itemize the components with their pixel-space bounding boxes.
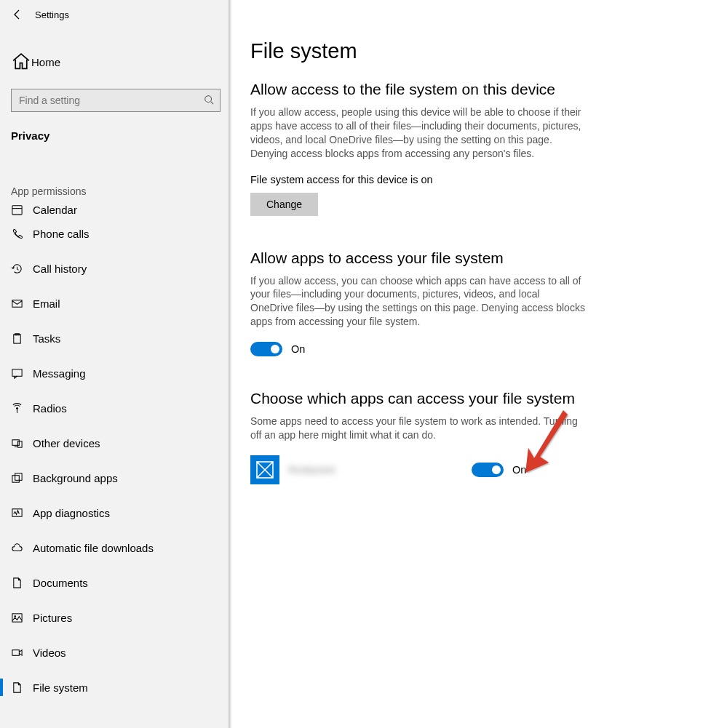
background-apps-icon bbox=[11, 472, 33, 484]
back-arrow-icon bbox=[12, 9, 23, 20]
svg-rect-8 bbox=[15, 473, 22, 479]
radios-icon bbox=[11, 402, 33, 415]
sidebar-item-email[interactable]: Email bbox=[0, 286, 231, 321]
video-icon bbox=[11, 647, 33, 659]
app-access-toggle[interactable] bbox=[250, 342, 282, 356]
sidebar-item-app-diagnostics[interactable]: App diagnostics bbox=[0, 495, 231, 530]
section2-desc: If you allow access, you can choose whic… bbox=[250, 274, 585, 329]
search-input[interactable] bbox=[11, 89, 221, 112]
app-toggle[interactable] bbox=[472, 463, 504, 477]
sidebar-item-file-system[interactable]: File system bbox=[0, 670, 231, 705]
device-access-status: File system access for this device is on bbox=[250, 174, 585, 185]
picture-icon bbox=[11, 612, 33, 624]
search-field[interactable] bbox=[19, 95, 204, 106]
sidebar-item-documents[interactable]: Documents bbox=[0, 565, 231, 600]
app-name: Redacted bbox=[288, 463, 434, 476]
svg-rect-12 bbox=[12, 649, 19, 655]
history-icon bbox=[11, 263, 33, 275]
svg-point-0 bbox=[205, 95, 212, 102]
home-icon bbox=[11, 52, 31, 72]
svg-rect-1 bbox=[12, 206, 22, 215]
cloud-icon bbox=[11, 542, 33, 554]
other-devices-icon bbox=[11, 437, 33, 449]
email-icon bbox=[11, 297, 33, 310]
tasks-icon bbox=[11, 332, 33, 345]
svg-rect-7 bbox=[12, 475, 19, 481]
diagnostics-icon bbox=[11, 507, 33, 519]
settings-sidebar: Settings Home Privacy App permissions Ca… bbox=[0, 0, 231, 728]
section1-heading: Allow access to the file system on this … bbox=[250, 81, 585, 98]
app-icon bbox=[250, 455, 279, 484]
phone-icon bbox=[11, 228, 33, 240]
file-system-icon bbox=[11, 681, 33, 694]
svg-rect-3 bbox=[14, 334, 20, 343]
main-content: File system Allow access to the file sys… bbox=[231, 0, 719, 728]
svg-rect-4 bbox=[12, 369, 22, 375]
search-icon bbox=[204, 95, 214, 107]
app-toggle-label: On bbox=[512, 464, 526, 476]
sidebar-item-videos[interactable]: Videos bbox=[0, 635, 231, 670]
back-button[interactable] bbox=[0, 9, 35, 20]
sidebar-item-radios[interactable]: Radios bbox=[0, 391, 231, 425]
sidebar-item-phone-calls[interactable]: Phone calls bbox=[0, 216, 231, 251]
sidebar-item-tasks[interactable]: Tasks bbox=[0, 321, 231, 356]
messaging-icon bbox=[11, 367, 33, 380]
sidebar-item-messaging[interactable]: Messaging bbox=[0, 356, 231, 391]
section3-heading: Choose which apps can access your file s… bbox=[250, 390, 585, 407]
section-device-access: Allow access to the file system on this … bbox=[250, 81, 585, 216]
home-label: Home bbox=[31, 56, 60, 68]
window-title: Settings bbox=[35, 9, 69, 20]
page-title: File system bbox=[250, 39, 719, 63]
section1-desc: If you allow access, people using this d… bbox=[250, 105, 585, 161]
category-label: Privacy bbox=[0, 119, 231, 149]
section2-heading: Allow apps to access your file system bbox=[250, 249, 585, 267]
section-header-app-permissions: App permissions bbox=[0, 181, 231, 204]
app-permission-row: Redacted On bbox=[250, 455, 585, 484]
section3-desc: Some apps need to access your file syste… bbox=[250, 415, 585, 442]
svg-rect-6 bbox=[17, 441, 22, 447]
svg-rect-2 bbox=[12, 300, 22, 306]
app-toggle-row: On bbox=[472, 463, 526, 477]
sidebar-item-home[interactable]: Home bbox=[0, 45, 231, 79]
sidebar-item-automatic-file-downloads[interactable]: Automatic file downloads bbox=[0, 530, 231, 565]
topbar: Settings bbox=[0, 0, 231, 29]
change-button[interactable]: Change bbox=[250, 193, 318, 216]
nav-list: Calendar Phone calls Call history Email … bbox=[0, 204, 231, 728]
section-choose-apps: Choose which apps can access your file s… bbox=[250, 390, 585, 484]
sidebar-item-background-apps[interactable]: Background apps bbox=[0, 460, 231, 495]
app-access-toggle-label: On bbox=[291, 343, 305, 355]
sidebar-item-call-history[interactable]: Call history bbox=[0, 251, 231, 286]
sidebar-item-other-devices[interactable]: Other devices bbox=[0, 425, 231, 460]
calendar-icon bbox=[11, 204, 33, 216]
sidebar-item-pictures[interactable]: Pictures bbox=[0, 600, 231, 635]
document-icon bbox=[11, 577, 33, 589]
app-access-toggle-row: On bbox=[250, 342, 585, 356]
section-app-access: Allow apps to access your file system If… bbox=[250, 249, 585, 357]
svg-point-11 bbox=[15, 615, 16, 617]
sidebar-item-calendar[interactable]: Calendar bbox=[0, 204, 231, 216]
